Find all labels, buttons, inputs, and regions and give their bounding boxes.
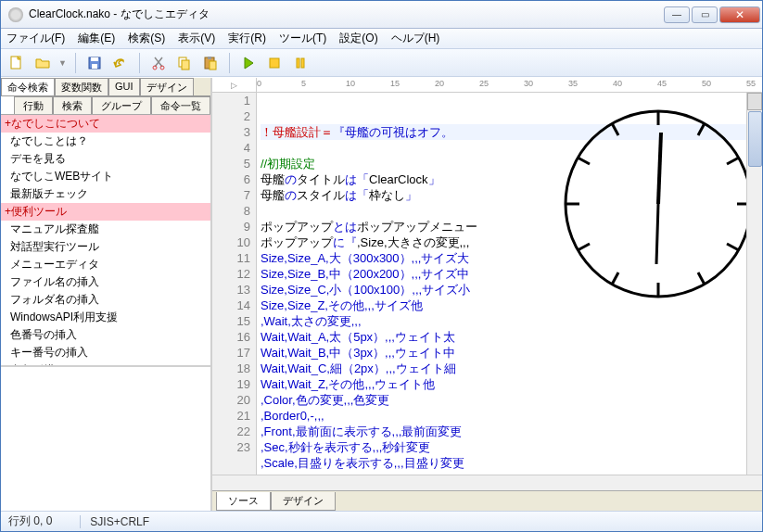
ruler-mark: 35: [568, 79, 578, 88]
bottom-tab-0[interactable]: ソース: [216, 492, 271, 511]
tree-item[interactable]: 色番号の挿入: [1, 326, 210, 344]
cut-button[interactable]: [148, 53, 169, 73]
ruler-mark: 5: [301, 79, 306, 88]
window-title: ClearClock.nako - なでしこエディタ: [29, 6, 664, 22]
toolbar: ▼: [1, 49, 762, 77]
ruler-mark: 25: [479, 79, 489, 88]
tree-category[interactable]: +便利ツール: [1, 203, 210, 221]
main-area: 命令検索変数関数GUIデザイン 行動検索グループ命令一覧 +なでしこについてなで…: [1, 77, 762, 511]
left-under-tab-0[interactable]: 行動: [14, 96, 53, 114]
code-line[interactable]: [261, 140, 758, 156]
code-line[interactable]: Size,Size_B,中（200x200）,,,サイズ中: [261, 266, 758, 282]
ruler-mark: 30: [524, 79, 533, 88]
tree-item[interactable]: なでしこWEBサイト: [1, 168, 210, 185]
maximize-button[interactable]: ▭: [692, 6, 718, 23]
left-under-tab-2[interactable]: グループ: [92, 96, 151, 114]
code-line[interactable]: Wait,Wait_Z,その他,,,ウェイト他: [261, 376, 758, 392]
left-top-tab-0[interactable]: 命令検索: [1, 78, 55, 95]
code-line[interactable]: ポップアップに『,Size,大きさの変更,,,: [261, 234, 758, 250]
left-panel-subtabs: 行動検索グループ命令一覧: [1, 96, 210, 115]
code-line[interactable]: ,Sec,秒針を表示する,,,秒針変更: [261, 439, 758, 455]
menu-item-6[interactable]: 設定(O): [339, 31, 377, 46]
tree-item[interactable]: メニューエディタ: [1, 256, 210, 273]
tree-item[interactable]: 対話型実行ツール: [1, 238, 210, 256]
code-line[interactable]: ,Wait,太さの変更,,,: [261, 313, 758, 329]
code-area[interactable]: 1234567891011121314151617181920212223 ！母…: [212, 93, 762, 475]
tree-item[interactable]: WindowsAPI利用支援: [1, 309, 210, 326]
tree-item[interactable]: フォルダ名の挿入: [1, 291, 210, 309]
paste-button[interactable]: [200, 53, 221, 73]
undo-button[interactable]: [110, 53, 131, 73]
vertical-scrollbar[interactable]: [746, 93, 762, 475]
code-line[interactable]: [261, 203, 758, 219]
left-top-tab-2[interactable]: GUI: [108, 78, 140, 95]
command-tree[interactable]: +なでしこについてなでしことは？デモを見るなでしこWEBサイト最新版チェック+便…: [1, 115, 210, 365]
tree-item[interactable]: ファイル名の挿入: [1, 273, 210, 291]
code-line[interactable]: ,Scale,目盛りを表示する,,,目盛り変更: [261, 455, 758, 471]
line-number-gutter: 1234567891011121314151617181920212223: [212, 93, 257, 475]
tree-item[interactable]: なでしことは？: [1, 133, 210, 150]
ruler-mark: 40: [613, 79, 622, 88]
code-line[interactable]: Size,Size_C,小（100x100）,,,サイズ小: [261, 282, 758, 298]
tree-category[interactable]: +なでしこについて: [1, 115, 210, 133]
menu-item-2[interactable]: 検索(S): [128, 31, 165, 46]
ruler-mark: 0: [257, 79, 261, 88]
code-editor[interactable]: ！母艦設計＝『母艦の可視はオフ。 //初期設定母艦のタイトルは「ClearClo…: [257, 93, 762, 475]
left-under-tab-3[interactable]: 命令一覧: [151, 96, 210, 114]
code-line[interactable]: Wait,Wait_B,中（3px）,,,ウェイト中: [261, 345, 758, 361]
left-under-tab-1[interactable]: 検索: [53, 96, 92, 114]
tree-item[interactable]: デモを見る: [1, 150, 210, 168]
ruler-mark: 50: [702, 79, 711, 88]
open-file-button[interactable]: [32, 53, 53, 73]
app-window: ClearClock.nako - なでしこエディタ — ▭ ✕ ファイル(F)…: [0, 0, 763, 532]
svg-rect-3: [92, 64, 97, 69]
new-file-button[interactable]: [6, 53, 27, 73]
code-line[interactable]: Wait,Wait_C,細（2px）,,,ウェイト細: [261, 361, 758, 376]
close-button[interactable]: ✕: [719, 6, 760, 23]
code-line[interactable]: Size,Size_A,大（300x300）,,,サイズ大: [261, 250, 758, 266]
ruler-mark: 10: [346, 79, 355, 88]
save-button[interactable]: [84, 53, 105, 73]
menu-item-7[interactable]: ヘルプ(H): [391, 31, 440, 46]
code-line[interactable]: Wait,Wait_A,太（5px）,,,ウェイト太: [261, 329, 758, 345]
stop-button[interactable]: [264, 53, 285, 73]
code-line[interactable]: Size,Size_Z,その他,,,サイズ他: [261, 298, 758, 313]
menubar: ファイル(F)編集(E)検索(S)表示(V)実行(R)ツール(T)設定(O)ヘル…: [1, 29, 762, 49]
horizontal-scrollbar[interactable]: [212, 475, 762, 490]
code-line[interactable]: 母艦のタイトルは「ClearClock」: [261, 171, 758, 187]
code-line[interactable]: ,Color,色の変更,,,色変更: [261, 392, 758, 408]
svg-rect-13: [301, 58, 304, 68]
ruler-gutter-icon: ▷: [212, 78, 257, 92]
left-top-tab-3[interactable]: デザイン: [140, 78, 194, 95]
menu-item-5[interactable]: ツール(T): [279, 31, 326, 46]
code-line[interactable]: //初期設定: [261, 156, 758, 171]
editor-panel: ▷ 051015202530354045505560 1234567891011…: [212, 78, 762, 511]
ruler-mark: 55: [746, 79, 756, 88]
menu-item-3[interactable]: 表示(V): [178, 31, 215, 46]
run-button[interactable]: [238, 53, 259, 73]
code-line[interactable]: ,Front,最前面に表示する,,,最前面変更: [261, 424, 758, 439]
code-line[interactable]: ポップアップとはポップアップメニュー: [261, 219, 758, 234]
menu-item-4[interactable]: 実行(R): [228, 31, 266, 46]
left-top-tab-1[interactable]: 変数関数: [55, 78, 108, 95]
app-icon: [8, 7, 23, 22]
minimize-button[interactable]: —: [664, 6, 690, 23]
open-dropdown-icon[interactable]: ▼: [58, 58, 67, 68]
tree-item[interactable]: マニュアル探査艦: [1, 221, 210, 238]
pause-button[interactable]: [290, 53, 311, 73]
statusbar: 行列 0, 0 SJIS+CRLF: [1, 511, 762, 531]
ruler-mark: 15: [390, 79, 400, 88]
menu-item-0[interactable]: ファイル(F): [6, 31, 65, 46]
tree-item[interactable]: キー番号の挿入: [1, 344, 210, 361]
bottom-tab-1[interactable]: デザイン: [271, 492, 336, 511]
code-line[interactable]: 母艦のスタイルは「枠なし」: [261, 187, 758, 203]
svg-rect-11: [270, 58, 279, 68]
tree-item[interactable]: 最新版チェック: [1, 185, 210, 203]
status-position: 行列 0, 0: [8, 513, 52, 529]
copy-button[interactable]: [174, 53, 195, 73]
code-line[interactable]: ,Border1,-,,,: [261, 471, 758, 475]
code-line[interactable]: ,Border0,-,,,: [261, 408, 758, 424]
code-line[interactable]: ！母艦設計＝『母艦の可視はオフ。: [261, 124, 758, 140]
menu-item-1[interactable]: 編集(E): [78, 31, 115, 46]
left-panel-tabs: 命令検索変数関数GUIデザイン: [1, 78, 210, 96]
